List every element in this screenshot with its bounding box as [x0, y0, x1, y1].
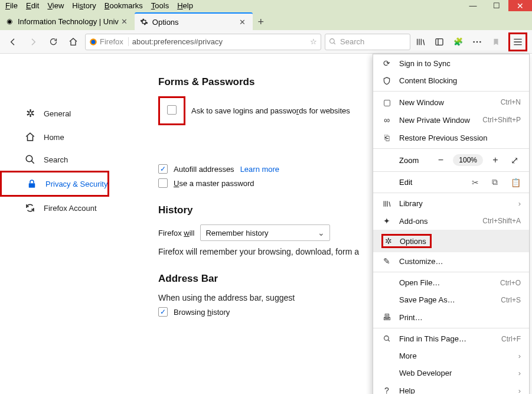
- sidebar-item-home[interactable]: Home: [0, 126, 135, 148]
- paste-icon[interactable]: 📋: [511, 178, 521, 187]
- home-icon: [24, 132, 37, 142]
- menu-bookmarks[interactable]: Bookmarks: [100, 1, 147, 11]
- svg-point-5: [476, 41, 478, 43]
- menu-edit[interactable]: Edit: [22, 1, 43, 11]
- menu-new-window[interactable]: ▢ New Window Ctrl+N: [373, 93, 529, 111]
- identity-box[interactable]: Firefox: [89, 37, 129, 46]
- zoom-out-button[interactable]: −: [434, 155, 447, 165]
- sidebar-item-label: General: [44, 109, 71, 118]
- label-autofill-addresses: Autofill addresses: [174, 165, 234, 174]
- select-history-mode[interactable]: Remember history: [200, 224, 330, 241]
- sidebar-item-firefox-account[interactable]: Firefox Account: [0, 197, 135, 219]
- zoom-label: Zoom: [381, 156, 428, 165]
- sidebar-item-label: Firefox Account: [44, 204, 97, 213]
- svg-point-2: [330, 39, 335, 44]
- window-close-button[interactable]: ✕: [508, 0, 532, 11]
- bookmark-star-icon[interactable]: ☆: [310, 37, 317, 46]
- tab-bar: ◉ Information Technology | Univ ✕ Option…: [0, 11, 532, 30]
- chevron-right-icon: ›: [518, 386, 521, 395]
- svg-point-1: [92, 40, 96, 44]
- tab-close-icon[interactable]: ✕: [119, 17, 130, 26]
- checkbox-autofill-addresses[interactable]: [158, 164, 168, 174]
- label-firefox-will: Firefox will: [158, 229, 194, 237]
- menu-find[interactable]: Find in This Page… Ctrl+F: [373, 330, 529, 347]
- menu-open-file[interactable]: Open File… Ctrl+O: [373, 274, 529, 291]
- tab-title: Information Technology | Univ: [18, 17, 119, 26]
- svg-point-6: [479, 41, 481, 43]
- menu-options[interactable]: ✲ Options: [373, 230, 529, 252]
- nav-toolbar: Firefox about:preferences#privacy ☆ Sear…: [0, 30, 532, 54]
- svg-point-7: [26, 155, 32, 162]
- app-menu-panel: ⟳ Sign in to Sync Content Blocking ▢ New…: [373, 54, 530, 394]
- search-placeholder: Search: [340, 37, 364, 46]
- search-icon: [24, 154, 37, 165]
- library-icon[interactable]: [414, 35, 427, 48]
- back-button[interactable]: [5, 34, 21, 50]
- menu-help[interactable]: ? Help ›: [373, 382, 529, 394]
- checkbox-browsing-history[interactable]: [158, 307, 168, 317]
- help-icon: ?: [381, 386, 392, 394]
- restore-icon: ⎗: [381, 133, 392, 142]
- menu-content-blocking[interactable]: Content Blocking: [373, 72, 529, 89]
- menu-zoom-row: Zoom − 100% + ⤢: [373, 151, 529, 170]
- search-icon: [329, 38, 337, 45]
- window-maximize-button[interactable]: ☐: [485, 0, 508, 11]
- gear-icon: ✲: [24, 107, 37, 120]
- menu-file[interactable]: File: [1, 1, 22, 11]
- checkbox-ask-save-logins[interactable]: [167, 105, 177, 115]
- lock-icon: [25, 178, 38, 189]
- toolbar-icons: 🧩: [414, 32, 527, 51]
- zoom-value[interactable]: 100%: [453, 154, 483, 166]
- edit-label: Edit: [381, 178, 459, 187]
- mask-icon: ∞: [381, 115, 392, 125]
- bookmark-ribbon-icon[interactable]: [489, 35, 502, 48]
- chevron-right-icon: ›: [518, 351, 521, 360]
- menu-customize[interactable]: ✎ Customize…: [373, 252, 529, 270]
- menu-help[interactable]: Help: [173, 1, 197, 11]
- sidebar-item-search[interactable]: Search: [0, 148, 135, 171]
- menu-view[interactable]: View: [43, 1, 68, 11]
- tab-information-technology[interactable]: ◉ Information Technology | Univ ✕: [0, 12, 135, 30]
- menu-library[interactable]: Library ›: [373, 195, 529, 212]
- fullscreen-button[interactable]: ⤢: [508, 155, 521, 166]
- label-ask-save-logins: Ask to save logins and passwords for web…: [191, 106, 350, 115]
- menu-restore-session[interactable]: ⎗ Restore Previous Session: [373, 129, 529, 146]
- sidebar-icon[interactable]: [433, 35, 446, 48]
- gear-icon: ✲: [383, 236, 394, 246]
- menu-web-developer[interactable]: Web Developer ›: [373, 364, 529, 382]
- menu-addons[interactable]: ✦ Add-ons Ctrl+Shift+A: [373, 212, 529, 230]
- url-bar[interactable]: Firefox about:preferences#privacy ☆: [85, 34, 321, 50]
- tab-options[interactable]: Options ✕: [135, 12, 253, 30]
- search-bar[interactable]: Search: [325, 34, 410, 50]
- svg-rect-8: [29, 183, 35, 188]
- menu-new-private-window[interactable]: ∞ New Private Window Ctrl+Shift+P: [373, 111, 529, 129]
- copy-icon[interactable]: ⧉: [492, 177, 498, 187]
- window-minimize-button[interactable]: —: [461, 0, 485, 11]
- menu-history[interactable]: History: [68, 1, 100, 11]
- prefs-sidebar: ✲ General Home Search Privacy & Security…: [0, 54, 135, 394]
- menu-print[interactable]: 🖶 Print…: [373, 308, 529, 326]
- menu-save-page[interactable]: Save Page As… Ctrl+S: [373, 291, 529, 308]
- chevron-right-icon: ›: [518, 199, 521, 208]
- cut-icon[interactable]: ✂: [472, 178, 479, 187]
- paintbrush-icon: ✎: [381, 256, 392, 266]
- tab-close-icon[interactable]: ✕: [237, 18, 248, 27]
- reload-button[interactable]: [45, 34, 61, 50]
- print-icon: 🖶: [381, 312, 392, 322]
- svg-point-4: [473, 41, 475, 43]
- zoom-in-button[interactable]: +: [489, 155, 502, 165]
- overflow-icon[interactable]: [471, 35, 484, 48]
- sidebar-item-general[interactable]: ✲ General: [0, 101, 135, 126]
- sidebar-item-privacy-security[interactable]: Privacy & Security: [2, 172, 107, 195]
- menu-tools[interactable]: Tools: [147, 1, 173, 11]
- forward-button[interactable]: [25, 34, 41, 50]
- checkbox-master-password[interactable]: [158, 178, 168, 188]
- menu-sign-in-sync[interactable]: ⟳ Sign in to Sync: [373, 54, 529, 72]
- addon-color-icon[interactable]: 🧩: [452, 35, 465, 48]
- home-button[interactable]: [65, 34, 81, 50]
- link-learn-more[interactable]: Learn more: [240, 165, 279, 174]
- app-menu-button[interactable]: [511, 35, 524, 48]
- menu-more[interactable]: More ›: [373, 347, 529, 364]
- puzzle-icon: ✦: [381, 216, 392, 226]
- new-tab-button[interactable]: +: [253, 14, 269, 30]
